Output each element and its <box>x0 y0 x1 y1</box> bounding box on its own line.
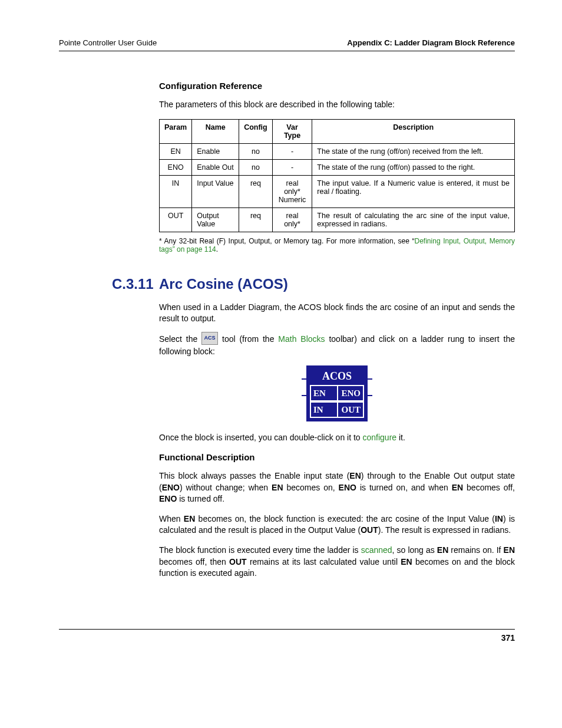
cell-param: EN <box>160 143 192 159</box>
section-number: C.3.11 <box>59 276 159 292</box>
header-right: Appendix C: Ladder Diagram Block Referen… <box>347 38 515 47</box>
t: becomes on, the block function is execut… <box>195 514 495 523</box>
t: becomes on, <box>283 483 339 492</box>
t: becomes off, then <box>159 557 229 566</box>
footnote-suffix: . <box>216 245 218 253</box>
block-title: ACOS <box>310 369 364 385</box>
table-header-row: Param Name Config Var Type Description <box>160 119 515 143</box>
t: is turned on, and when <box>356 483 452 492</box>
table-row: OUT Output Value req real only* The resu… <box>160 207 515 232</box>
col-config: Config <box>239 119 273 143</box>
config-ref-heading: Configuration Reference <box>159 81 515 91</box>
param-table: Param Name Config Var Type Description E… <box>159 119 515 232</box>
block-in: IN <box>310 401 337 418</box>
t: OUT <box>229 557 247 566</box>
t: EN <box>437 545 448 555</box>
wire-icon <box>302 395 306 396</box>
t: This block always passes the Enable inpu… <box>159 471 349 480</box>
cell-vartype: - <box>272 159 312 175</box>
cell-param: IN <box>160 175 192 207</box>
cell-config: req <box>239 175 273 207</box>
t: ). The result is expressed in radians. <box>378 525 511 535</box>
cell-config: no <box>239 143 273 159</box>
t: OUT <box>361 525 378 535</box>
cell-param: ENO <box>160 159 192 175</box>
block-eno: ENO <box>337 385 364 401</box>
t: When <box>159 514 184 523</box>
wire-icon <box>368 395 372 396</box>
content-column: Configuration Reference The parameters o… <box>159 81 515 253</box>
cell-vartype: real only* <box>272 207 312 232</box>
t: , so long as <box>392 545 437 555</box>
table-row: EN Enable no - The state of the rung (of… <box>160 143 515 159</box>
functional-p2: When EN becomes on, the block function i… <box>159 513 515 536</box>
cell-desc: The state of the rung (off/on) passed to… <box>312 159 515 175</box>
t: EN <box>401 557 412 566</box>
table-row: IN Input Value req real only* Numeric Th… <box>160 175 515 207</box>
functional-heading: Functional Description <box>159 452 515 462</box>
page-number: 371 <box>59 633 515 643</box>
header-left: Pointe Controller User Guide <box>59 38 157 47</box>
cell-desc: The result of calculating the arc sine o… <box>312 207 515 232</box>
t: ENO <box>159 494 177 503</box>
cell-name: Enable Out <box>192 159 239 175</box>
block-en: EN <box>310 385 337 401</box>
configure-link[interactable]: configure <box>363 433 397 442</box>
t: ENO <box>162 483 180 492</box>
section-p1: When used in a Ladder Diagram, the ACOS … <box>159 302 515 325</box>
section-p3: Once the block is inserted, you can doub… <box>159 432 515 444</box>
wire-icon <box>368 378 372 380</box>
table-footnote: * Any 32-bit Real (F) Input, Output, or … <box>159 237 515 253</box>
acs-tool-icon: ACS <box>201 332 218 345</box>
cell-desc: The input value. If a Numeric value is e… <box>312 175 515 207</box>
cell-config: no <box>239 159 273 175</box>
table-row: ENO Enable Out no - The state of the run… <box>160 159 515 175</box>
cell-name: Output Value <box>192 207 239 232</box>
p2-a: Select the <box>159 334 201 343</box>
math-blocks-link[interactable]: Math Blocks <box>278 334 325 343</box>
page-footer: 371 <box>59 629 515 643</box>
t: EN <box>452 483 463 492</box>
cell-vartype: - <box>272 143 312 159</box>
document-page: Pointe Controller User Guide Appendix C:… <box>0 0 562 666</box>
page-header: Pointe Controller User Guide Appendix C:… <box>59 38 515 51</box>
t: EN <box>272 483 283 492</box>
cell-vartype: real only* Numeric <box>272 175 312 207</box>
t: IN <box>495 514 503 523</box>
wire-icon <box>302 378 306 380</box>
functional-p1: This block always passes the Enable inpu… <box>159 470 515 505</box>
col-desc: Description <box>312 119 515 143</box>
cell-desc: The state of the rung (off/on) received … <box>312 143 515 159</box>
config-ref-intro: The parameters of this block are describ… <box>159 99 515 111</box>
p3-b: it. <box>396 433 405 442</box>
col-name: Name <box>192 119 239 143</box>
section-p2: Select the ACS tool (from the Math Block… <box>159 333 515 358</box>
section-title: Arc Cosine (ACOS) <box>159 276 288 292</box>
scanned-link[interactable]: scanned <box>361 545 392 555</box>
t: remains on. If <box>448 545 503 555</box>
t: The block function is executed every tim… <box>159 545 361 555</box>
t: is turned off. <box>177 494 224 503</box>
cell-config: req <box>239 207 273 232</box>
t: remains at its last calculated value unt… <box>247 557 401 566</box>
acos-block: ACOS EN ENO IN OUT <box>306 365 368 421</box>
t: ) without change; when <box>180 483 272 492</box>
cell-param: OUT <box>160 207 192 232</box>
t: becomes off, <box>463 483 515 492</box>
footnote-text: * Any 32-bit Real (F) Input, Output, or … <box>159 237 415 245</box>
functional-p3: The block function is executed every tim… <box>159 545 515 579</box>
p2-b: tool (from the <box>218 334 278 343</box>
col-vartype: Var Type <box>272 119 312 143</box>
block-out: OUT <box>337 401 364 418</box>
section-body: When used in a Ladder Diagram, the ACOS … <box>159 302 515 579</box>
section-heading: C.3.11 Arc Cosine (ACOS) <box>59 276 515 292</box>
col-param: Param <box>160 119 192 143</box>
acos-block-figure: ACOS EN ENO IN OUT <box>159 365 515 421</box>
header-rule <box>59 51 515 51</box>
p3-a: Once the block is inserted, you can doub… <box>159 433 363 442</box>
t: ENO <box>339 483 356 492</box>
footer-rule <box>59 629 515 630</box>
t: EN <box>349 471 361 480</box>
cell-name: Input Value <box>192 175 239 207</box>
t: EN <box>504 545 515 555</box>
